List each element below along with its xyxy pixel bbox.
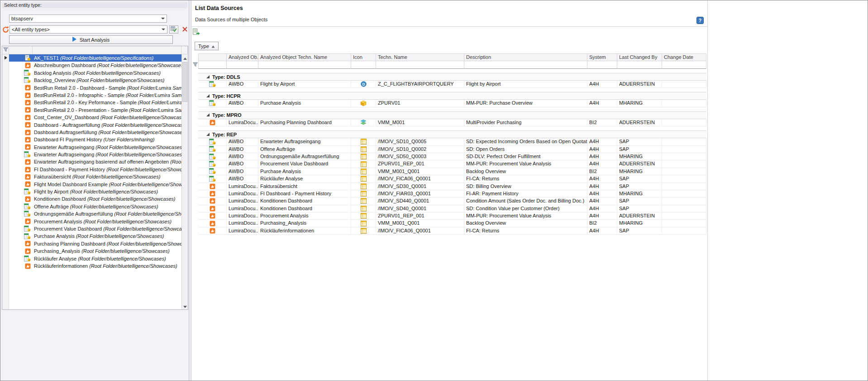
scrollbar-thumb[interactable] bbox=[182, 62, 187, 102]
table-row[interactable]: LumiraDocu...Procurement AnalysisZPURV01… bbox=[192, 212, 706, 220]
table-row[interactable]: LumiraDocu...Purchasing_AnalysisVMM_M001… bbox=[192, 220, 706, 227]
change-date-cell bbox=[662, 100, 706, 107]
column-header[interactable]: Analyzed Object Techn. Name bbox=[258, 53, 351, 61]
group-row[interactable]: Type: REP bbox=[198, 130, 706, 138]
entity-label: Rückläufer Analyse(Root Folder/bluetelli… bbox=[33, 255, 181, 262]
clear-filter-button[interactable] bbox=[180, 25, 189, 34]
filter-cell[interactable] bbox=[351, 61, 376, 69]
row-indicator bbox=[192, 168, 198, 175]
entity-path: (Root Folder/bluetelligence/Showcases) bbox=[107, 241, 181, 246]
name-column-header[interactable] bbox=[33, 46, 181, 54]
column-header[interactable]: System bbox=[587, 53, 617, 61]
entity-path: (Root Folder/bluetelligence/Showcases) bbox=[97, 63, 181, 68]
filter-cell[interactable] bbox=[258, 61, 351, 69]
table-row[interactable]: LumiraDocu...Konditionen Dashboard/IMO/V… bbox=[192, 198, 706, 205]
table-row[interactable]: AWBOPurchase AnalysisZPURV01MM-PUR: Purc… bbox=[192, 100, 706, 107]
list-item[interactable]: Purchasing_Analysis(Root Folder/bluetell… bbox=[2, 247, 181, 255]
group-row[interactable]: Type: DDLS bbox=[198, 73, 706, 81]
table-row[interactable]: AWBOFlight by AirportDZ_C_FLIGHTBYAIRPOR… bbox=[192, 81, 706, 88]
table-row[interactable]: AWBOOrdnungsgemäße Auftragserfüllung/IMO… bbox=[192, 153, 706, 160]
list-item[interactable]: BestRun Retail 2.0 - Dashboard - Sample(… bbox=[2, 84, 181, 92]
dropdown-arrow-icon[interactable] bbox=[159, 18, 167, 19]
list-item[interactable]: Konditionen Dashboard(Root Folder/bluete… bbox=[2, 195, 181, 203]
dropdown-arrow-icon[interactable] bbox=[160, 29, 167, 30]
filter-cell[interactable] bbox=[464, 61, 587, 69]
table-row[interactable]: AWBOErwarteter Auftragseingang/IMO/V_SD1… bbox=[192, 138, 706, 145]
table-row[interactable]: AWBORückläufer Analyse/IMO/V_FICA06_Q000… bbox=[192, 175, 706, 183]
list-item[interactable]: Purchasing Planning Dashboard(Root Folde… bbox=[2, 240, 181, 247]
list-item[interactable]: Procurement Value Dashboard(Root Folder/… bbox=[2, 225, 181, 232]
filter-cell[interactable] bbox=[227, 61, 258, 69]
list-item[interactable]: BestRunRetail 2.0 - Infographic - Sample… bbox=[2, 92, 181, 99]
list-item[interactable]: Purchase Analysis(Root Folder/bluetellig… bbox=[2, 232, 181, 240]
table-row[interactable]: AWBOOffene Aufträge/IMO/V_SD10_Q0002SD: … bbox=[192, 146, 706, 153]
list-item[interactable]: Abschreibungen Dashboard(Root Folder/blu… bbox=[2, 62, 181, 69]
awbo-icon bbox=[9, 203, 33, 210]
table-row[interactable]: LumiraDocu...FI Dashboard - Payment Hist… bbox=[192, 190, 706, 198]
list-item[interactable]: Erwarteter Auftragseingang basierend auf… bbox=[2, 158, 181, 165]
filter-cell[interactable] bbox=[376, 61, 464, 69]
help-button[interactable]: ? bbox=[696, 17, 704, 24]
rep-icon bbox=[351, 212, 376, 220]
list-item[interactable]: AK_TEST1(Root Folder/bluetelligence/Spec… bbox=[2, 54, 181, 62]
analyzed-object-techn-name-cell: Flight by Airport bbox=[258, 81, 351, 88]
table-row[interactable]: LumiraDocu...Rückläuferinformationen/IMO… bbox=[192, 227, 706, 235]
filter-funnel-cell[interactable] bbox=[192, 61, 198, 69]
apply-filter-button[interactable] bbox=[169, 25, 178, 34]
column-header[interactable]: Last Changed By bbox=[617, 53, 662, 61]
entity-label: Procurement Analysis(Root Folder/bluetel… bbox=[33, 218, 181, 225]
filter-cell[interactable] bbox=[662, 61, 706, 69]
list-item[interactable]: Dashboard - Auftragserfüllung(Root Folde… bbox=[2, 121, 181, 129]
list-item[interactable]: Cost_Center_OV_Dashboard(Root Folder/blu… bbox=[2, 114, 181, 121]
filter-cell[interactable] bbox=[587, 61, 617, 69]
filter-cell[interactable] bbox=[617, 61, 662, 69]
vertical-scrollbar[interactable] bbox=[181, 54, 188, 309]
start-analysis-button[interactable]: Start Analysis bbox=[9, 35, 173, 44]
group-row[interactable]: Type: HCPR bbox=[198, 92, 706, 100]
list-item[interactable]: BestRunRetail 2.0 - Presentation - Sampl… bbox=[2, 106, 181, 114]
list-item[interactable]: Fakturaübersicht(Root Folder/bluetellige… bbox=[2, 173, 181, 180]
system-cell: A4H bbox=[587, 190, 617, 198]
list-item[interactable]: Erwarteter Auftragseingang(Root Folder/b… bbox=[2, 151, 181, 158]
analyzed-object-cell: LumiraDocu... bbox=[227, 190, 258, 198]
column-header[interactable] bbox=[198, 53, 227, 61]
scroll-down-button[interactable] bbox=[182, 303, 188, 309]
list-item[interactable]: Offene Aufträge(Root Folder/bluetelligen… bbox=[2, 203, 181, 210]
column-header[interactable]: Description bbox=[464, 53, 587, 61]
list-item[interactable]: Dashboard FI Payment History(User Folder… bbox=[2, 136, 181, 143]
list-item[interactable]: Dashboard Auftragserfüllung(Root Folder/… bbox=[2, 129, 181, 136]
lumira-icon bbox=[9, 144, 33, 151]
column-header[interactable]: Analyzed Ob... bbox=[227, 53, 258, 61]
table-row[interactable]: AWBOPurchase AnalysisVMM_M001_Q001Backlo… bbox=[192, 168, 706, 175]
export-button[interactable] bbox=[193, 29, 201, 36]
table-row[interactable]: AWBOProcurement Value DashboardZPURV01_R… bbox=[192, 160, 706, 168]
icon-column-header[interactable] bbox=[9, 46, 33, 54]
list-item[interactable]: Rückläuferinformationen(Root Folder/blue… bbox=[2, 262, 181, 270]
entity-label: Abschreibungen Dashboard(Root Folder/blu… bbox=[33, 62, 181, 69]
list-item[interactable]: Rückläufer Analyse(Root Folder/bluetelli… bbox=[2, 255, 181, 262]
rep-icon bbox=[351, 168, 376, 175]
filter-cell[interactable] bbox=[198, 61, 227, 69]
filter-indicator-cell[interactable] bbox=[2, 46, 9, 54]
list-item[interactable]: Flight by Airport(Root Folder/bluetellig… bbox=[2, 188, 181, 195]
column-header[interactable]: Techn. Name bbox=[376, 53, 464, 61]
table-row[interactable]: LumiraDocu...Purchasing Planning Dashboa… bbox=[192, 119, 706, 126]
table-row[interactable]: LumiraDocu...Konditionen Dashboard/IMO/V… bbox=[192, 205, 706, 212]
server-combobox[interactable]: btsapserv bbox=[9, 14, 167, 23]
group-by-chip[interactable]: Type bbox=[195, 42, 219, 50]
list-item[interactable]: BestRunRetail 2.0 - Key Peformance - Sam… bbox=[2, 99, 181, 106]
scroll-up-button[interactable] bbox=[182, 54, 188, 61]
list-item[interactable]: Erwarteter Auftragseingang(Root Folder/b… bbox=[2, 144, 181, 151]
list-item[interactable]: Ordnungsgemäße Auftragserfüllung(Root Fo… bbox=[2, 210, 181, 217]
column-header[interactable]: Icon bbox=[351, 53, 376, 61]
entity-path: (Root Folder/bluetelligence/Showcases) bbox=[114, 211, 181, 217]
list-item[interactable]: Procurement Analysis(Root Folder/bluetel… bbox=[2, 218, 181, 225]
list-item[interactable]: Backlog_Overview(Root Folder/bluetellige… bbox=[2, 77, 181, 84]
group-row[interactable]: Type: MPRO bbox=[198, 111, 706, 119]
list-item[interactable]: Flight Model Dashboard Example(Root Fold… bbox=[2, 181, 181, 188]
list-item[interactable]: Backlog Analysis(Root Folder/bluetellige… bbox=[2, 69, 181, 77]
list-item[interactable]: FI Dashboard - Payment History(Root Fold… bbox=[2, 166, 181, 173]
table-row[interactable]: LumiraDocu...Fakturaübersicht/IMO/V_SD30… bbox=[192, 183, 706, 190]
column-header[interactable]: Change Date bbox=[662, 53, 706, 61]
entity-type-combobox[interactable]: <All entity types> bbox=[10, 25, 167, 34]
